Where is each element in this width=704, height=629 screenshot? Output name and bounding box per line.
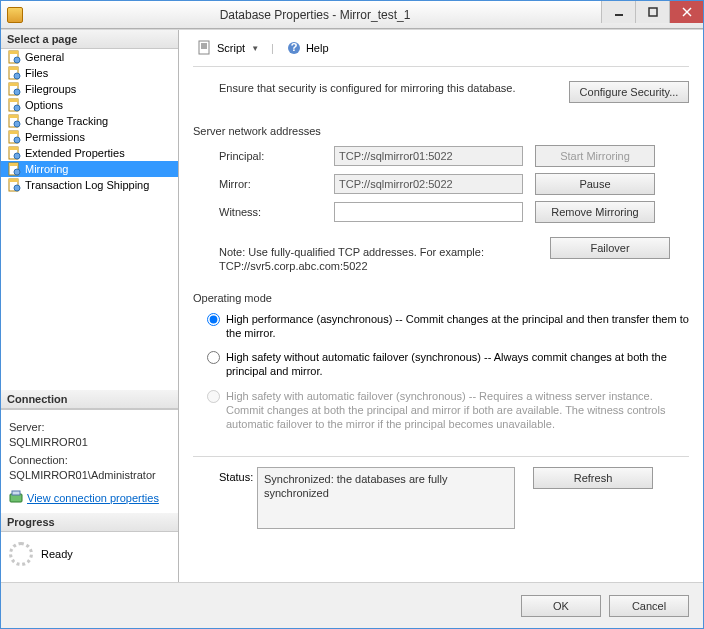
note-row: Note: Use fully-qualified TCP addresses.… <box>193 237 689 274</box>
opmode-radio-0[interactable] <box>207 313 220 326</box>
script-label: Script <box>217 42 245 54</box>
page-item-extended-properties[interactable]: Extended Properties <box>1 145 178 161</box>
status-label: Status: <box>193 467 257 483</box>
security-text: Ensure that security is configured for m… <box>193 81 557 95</box>
progress-status: Ready <box>41 548 73 560</box>
spacer <box>1 193 178 390</box>
configure-security-button[interactable]: Configure Security... <box>569 81 689 103</box>
svg-rect-5 <box>9 51 18 54</box>
page-icon <box>7 162 21 176</box>
script-button[interactable]: Script ▼ <box>193 38 263 58</box>
witness-row: Witness: Remove Mirroring <box>193 201 689 223</box>
server-label: Server: <box>9 420 170 435</box>
page-item-change-tracking[interactable]: Change Tracking <box>1 113 178 129</box>
page-list: GeneralFilesFilegroupsOptionsChange Trac… <box>1 49 178 193</box>
body: Select a page GeneralFilesFilegroupsOpti… <box>1 29 703 582</box>
svg-point-15 <box>14 105 20 111</box>
page-item-label: Mirroring <box>25 163 68 175</box>
svg-rect-29 <box>9 179 18 182</box>
window-buttons <box>601 1 703 28</box>
help-label: Help <box>306 42 329 54</box>
svg-point-6 <box>14 57 20 63</box>
cancel-button[interactable]: Cancel <box>609 595 689 617</box>
svg-point-9 <box>14 73 20 79</box>
page-item-mirroring[interactable]: Mirroring <box>1 161 178 177</box>
page-item-filegroups[interactable]: Filegroups <box>1 81 178 97</box>
pause-button[interactable]: Pause <box>535 173 655 195</box>
principal-input <box>334 146 523 166</box>
window-title: Database Properties - Mirror_test_1 <box>29 8 601 22</box>
page-icon <box>7 98 21 112</box>
toolbar: Script ▼ | ? Help <box>193 38 689 67</box>
ok-button[interactable]: OK <box>521 595 601 617</box>
page-item-label: Permissions <box>25 131 85 143</box>
app-icon <box>7 7 23 23</box>
svg-rect-1 <box>649 8 657 16</box>
link-icon <box>9 489 23 507</box>
script-icon <box>197 40 213 56</box>
svg-rect-32 <box>12 491 20 495</box>
help-button[interactable]: ? Help <box>282 38 333 58</box>
page-item-general[interactable]: General <box>1 49 178 65</box>
connection-block: Server: SQLMIRROR01 Connection: SQLMIRRO… <box>1 409 178 513</box>
note-text: Note: Use fully-qualified TCP addresses.… <box>193 245 513 274</box>
page-icon <box>7 114 21 128</box>
toolbar-separator: | <box>271 42 274 54</box>
footer: OK Cancel <box>1 582 703 628</box>
page-item-label: Options <box>25 99 63 111</box>
refresh-button[interactable]: Refresh <box>533 467 653 489</box>
operating-mode-heading: Operating mode <box>193 292 689 304</box>
svg-rect-20 <box>9 131 18 134</box>
opmode-text-0: High performance (asynchronous) -- Commi… <box>226 312 689 341</box>
remove-mirroring-button[interactable]: Remove Mirroring <box>535 201 655 223</box>
minimize-button[interactable] <box>601 1 635 23</box>
page-item-files[interactable]: Files <box>1 65 178 81</box>
svg-rect-11 <box>9 83 18 86</box>
spinner-icon <box>9 542 33 566</box>
mirror-row: Mirror: Pause <box>193 173 689 195</box>
failover-button[interactable]: Failover <box>550 237 670 259</box>
connection-heading: Connection <box>1 390 178 409</box>
server-value: SQLMIRROR01 <box>9 435 170 450</box>
dropdown-icon: ▼ <box>251 44 259 53</box>
opmode-high-performance[interactable]: High performance (asynchronous) -- Commi… <box>193 312 689 341</box>
mirror-input <box>334 174 523 194</box>
titlebar: Database Properties - Mirror_test_1 <box>1 1 703 29</box>
svg-rect-23 <box>9 147 18 150</box>
svg-point-12 <box>14 89 20 95</box>
page-item-label: Filegroups <box>25 83 76 95</box>
page-item-options[interactable]: Options <box>1 97 178 113</box>
addresses-heading: Server network addresses <box>193 125 689 137</box>
svg-rect-26 <box>9 163 18 166</box>
page-item-transaction-log-shipping[interactable]: Transaction Log Shipping <box>1 177 178 193</box>
status-row: Status: Synchronized: the databases are … <box>193 467 689 529</box>
page-icon <box>7 130 21 144</box>
security-row: Ensure that security is configured for m… <box>193 81 689 103</box>
page-icon <box>7 146 21 160</box>
principal-label: Principal: <box>193 150 334 162</box>
witness-label: Witness: <box>193 206 334 218</box>
close-button[interactable] <box>669 1 703 23</box>
view-connection-properties-link[interactable]: View connection properties <box>9 489 159 507</box>
opmode-high-safety-auto: High safety with automatic failover (syn… <box>193 389 689 432</box>
operating-mode-group: Operating mode High performance (asynchr… <box>193 288 689 442</box>
maximize-button[interactable] <box>635 1 669 23</box>
left-panel: Select a page GeneralFilesFilegroupsOpti… <box>1 30 179 582</box>
page-item-permissions[interactable]: Permissions <box>1 129 178 145</box>
opmode-radio-2 <box>207 390 220 403</box>
opmode-high-safety[interactable]: High safety without automatic failover (… <box>193 350 689 379</box>
window: Database Properties - Mirror_test_1 Sele… <box>0 0 704 629</box>
progress-row: Ready <box>1 532 178 582</box>
view-connection-properties-text: View connection properties <box>27 491 159 506</box>
opmode-radio-1[interactable] <box>207 351 220 364</box>
page-item-label: Extended Properties <box>25 147 125 159</box>
svg-text:?: ? <box>291 41 298 53</box>
svg-rect-14 <box>9 99 18 102</box>
page-item-label: General <box>25 51 64 63</box>
page-icon <box>7 66 21 80</box>
opmode-text-1: High safety without automatic failover (… <box>226 350 689 379</box>
connection-value: SQLMIRROR01\Administrator <box>9 468 170 483</box>
witness-input[interactable] <box>334 202 523 222</box>
svg-point-18 <box>14 121 20 127</box>
principal-row: Principal: Start Mirroring <box>193 145 689 167</box>
